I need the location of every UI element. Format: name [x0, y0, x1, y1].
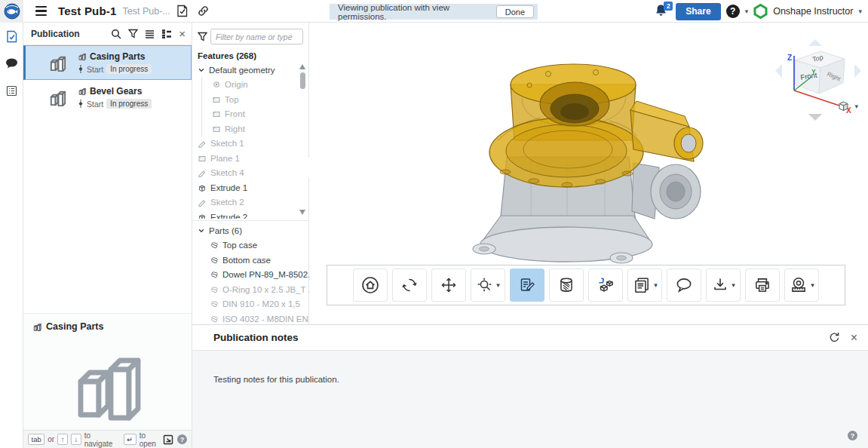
onshape-fishbowl-logo[interactable]: [0, 0, 23, 23]
part-studio-mini-icon: [32, 322, 42, 332]
comments-tab-icon[interactable]: [2, 54, 20, 72]
rotate-down-arrow: [808, 114, 822, 121]
feature-row-right-plane[interactable]: Right: [202, 121, 308, 137]
detail-view-icon[interactable]: [161, 29, 172, 38]
hint-navigate: to navigate: [84, 431, 115, 448]
feature-filter-input[interactable]: [210, 29, 303, 44]
part-icon: [210, 270, 219, 279]
notifications-button[interactable]: 2: [654, 2, 670, 20]
publication-panel: Publication ×: [23, 23, 192, 448]
sketch-icon: [198, 168, 207, 177]
feature-row-top-plane[interactable]: Top: [202, 92, 308, 107]
help-button[interactable]: ?: [726, 5, 740, 18]
features-scrollbar[interactable]: [299, 64, 306, 215]
search-icon[interactable]: [111, 29, 121, 39]
scroll-thumb[interactable]: [300, 72, 305, 89]
publication-item-casing-parts[interactable]: Casing Parts Start In progress: [23, 45, 192, 80]
share-button[interactable]: Share: [676, 3, 720, 20]
named-views-button[interactable]: ▾: [627, 268, 662, 302]
help-icon[interactable]: ?: [848, 431, 857, 440]
extrude-icon: [198, 183, 207, 192]
part-icon: [210, 299, 219, 308]
notification-count-badge: 2: [664, 2, 673, 11]
properties-tab-icon[interactable]: [2, 81, 20, 100]
document-subtitle: Test Pub-...: [123, 6, 170, 17]
part-row-top-case[interactable]: Top case: [192, 238, 308, 253]
feature-row-plane1[interactable]: Plane 1: [192, 151, 308, 166]
caret-down-icon: ▾: [811, 281, 814, 289]
user-menu[interactable]: Onshape Instructor: [773, 6, 853, 17]
zoom-button[interactable]: ▾: [471, 268, 505, 302]
open-in-window-icon[interactable]: [163, 434, 173, 445]
version-label: Start: [87, 100, 103, 109]
part-row-bottom-case[interactable]: Bottom case: [192, 253, 308, 268]
parts-group-header[interactable]: Parts (6): [192, 223, 308, 238]
export-button[interactable]: ▾: [706, 268, 741, 302]
publication-document-icon[interactable]: [173, 2, 192, 20]
casing-3d-model[interactable]: [462, 51, 757, 272]
version-diamond-icon: [78, 65, 84, 73]
scroll-down-arrow[interactable]: [299, 210, 305, 215]
scroll-up-arrow[interactable]: [299, 64, 305, 69]
chevron-down-icon[interactable]: [198, 227, 205, 235]
pan-button[interactable]: [431, 268, 466, 302]
publication-notes-panel: Publication notes × Testing notes for th…: [192, 324, 868, 448]
part-row-din910[interactable]: DIN 910 - M20 x 1,5: [192, 297, 308, 312]
tab-key-hint: tab: [28, 434, 44, 444]
keyboard-hints-bar: tab or ↑ ↓ to navigate ↵ to open ?: [23, 430, 192, 448]
filter-icon[interactable]: [198, 32, 207, 41]
selection-preview: Casing Parts: [23, 313, 192, 430]
part-row-oring[interactable]: O-Ring 10 x 2.5 JB_T ...: [192, 282, 308, 297]
features-list: Default geometry Origin Top: [192, 63, 308, 219]
feature-row-extrude2[interactable]: Extrude 2: [192, 210, 308, 219]
feature-row-front-plane[interactable]: Front: [202, 107, 308, 122]
hamburger-menu-icon[interactable]: [29, 0, 52, 23]
user-caret-icon[interactable]: ▾: [858, 8, 862, 15]
feature-row-sketch2[interactable]: Sketch 2: [192, 195, 308, 210]
status-badge: In progress: [106, 64, 152, 74]
feature-row-sketch4[interactable]: Sketch 4: [192, 166, 308, 181]
filter-icon[interactable]: [128, 29, 138, 38]
rotate-button[interactable]: [392, 268, 427, 302]
publication-tab-icon[interactable]: [2, 27, 20, 45]
preview-thumbnail: [32, 342, 182, 427]
close-panel-icon[interactable]: ×: [179, 27, 186, 40]
close-notes-icon[interactable]: ×: [851, 331, 857, 345]
comment-button[interactable]: [667, 268, 701, 302]
panel-title: Publication: [31, 29, 80, 39]
feature-row-extrude1[interactable]: Extrude 1: [192, 180, 308, 195]
feature-row-origin[interactable]: Origin: [202, 78, 308, 93]
top-bar: Test Pub-1 Test Pub-... Viewing publicat…: [0, 0, 868, 23]
plane-icon: [212, 124, 221, 133]
feature-tree-panel: Features (268) Default geometry Origin: [192, 23, 309, 324]
feature-row-sketch1[interactable]: Sketch 1: [192, 137, 308, 152]
help-icon[interactable]: ?: [177, 434, 187, 444]
done-button[interactable]: Done: [496, 5, 534, 18]
part-row-dowel[interactable]: Dowel PN-89_M-8502...: [192, 268, 308, 283]
sketch-icon: [198, 198, 207, 207]
exploded-view-button[interactable]: [588, 268, 623, 302]
onshape-green-logo: [753, 4, 768, 19]
measure-button[interactable]: ▾: [784, 268, 819, 302]
version-diamond-icon: [78, 100, 84, 108]
part-studio-icon: [48, 87, 68, 108]
print-button[interactable]: [745, 268, 780, 302]
link-icon[interactable]: [195, 2, 213, 20]
origin-icon: [212, 80, 221, 89]
feature-group-default-geometry[interactable]: Default geometry: [192, 63, 308, 78]
list-view-icon[interactable]: [145, 29, 155, 38]
publication-notes-button[interactable]: [510, 268, 544, 302]
graphics-viewport[interactable]: Top Front Right Z X Y ▾: [309, 23, 868, 324]
view-options-dropdown[interactable]: ▾: [837, 100, 858, 112]
help-caret-icon[interactable]: ▾: [745, 8, 749, 15]
onshape-app: Test Pub-1 Test Pub-... Viewing publicat…: [0, 0, 868, 448]
status-badge: In progress: [106, 99, 152, 109]
notes-text: Testing notes for this publication.: [213, 375, 339, 384]
section-view-button[interactable]: [549, 268, 584, 302]
caret-down-icon: ▾: [496, 281, 500, 289]
refresh-icon[interactable]: [829, 332, 840, 343]
notes-title: Publication notes: [213, 332, 299, 343]
view-home-button[interactable]: [353, 268, 388, 302]
publication-item-bevel-gears[interactable]: Bevel Gears Start In progress: [23, 80, 192, 115]
chevron-down-icon[interactable]: [198, 66, 205, 74]
